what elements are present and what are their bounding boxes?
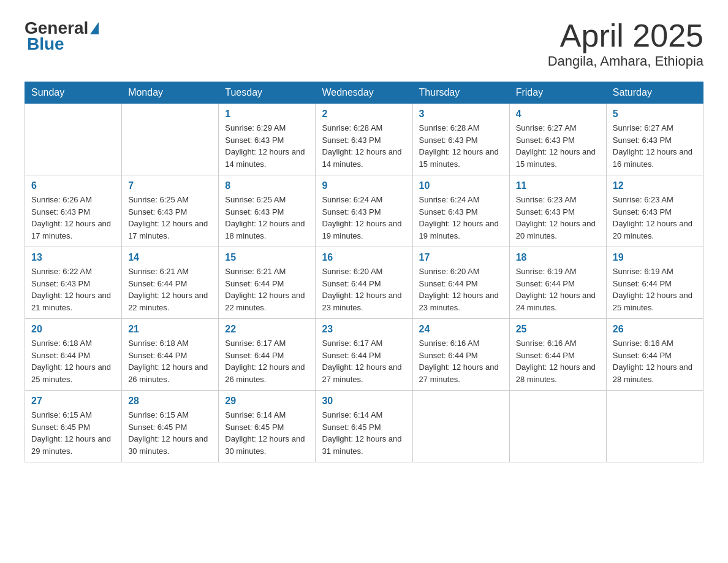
- calendar-cell: 21Sunrise: 6:18 AMSunset: 6:44 PMDayligh…: [122, 319, 219, 391]
- calendar-cell: 14Sunrise: 6:21 AMSunset: 6:44 PMDayligh…: [122, 247, 219, 319]
- day-info: Sunrise: 6:24 AMSunset: 6:43 PMDaylight:…: [419, 194, 503, 242]
- day-number: 12: [613, 180, 697, 191]
- day-number: 21: [128, 324, 212, 335]
- calendar-week-2: 6Sunrise: 6:26 AMSunset: 6:43 PMDaylight…: [25, 175, 703, 247]
- day-number: 6: [31, 180, 115, 191]
- day-number: 30: [322, 396, 406, 407]
- calendar-cell: 4Sunrise: 6:27 AMSunset: 6:43 PMDaylight…: [509, 104, 606, 175]
- day-number: 24: [419, 324, 503, 335]
- calendar-cell: [25, 104, 122, 175]
- day-info: Sunrise: 6:14 AMSunset: 6:45 PMDaylight:…: [322, 409, 406, 457]
- day-info: Sunrise: 6:21 AMSunset: 6:44 PMDaylight:…: [128, 266, 212, 313]
- month-year-title: April 2025: [548, 18, 703, 53]
- title-block: April 2025 Dangila, Amhara, Ethiopia: [548, 18, 703, 69]
- calendar-cell: 22Sunrise: 6:17 AMSunset: 6:44 PMDayligh…: [219, 319, 316, 391]
- calendar-cell: 25Sunrise: 6:16 AMSunset: 6:44 PMDayligh…: [509, 319, 606, 391]
- day-number: 2: [322, 109, 406, 120]
- day-info: Sunrise: 6:27 AMSunset: 6:43 PMDaylight:…: [613, 122, 697, 170]
- day-number: 27: [31, 396, 115, 407]
- day-number: 28: [128, 396, 212, 407]
- day-number: 9: [322, 180, 406, 191]
- day-info: Sunrise: 6:29 AMSunset: 6:43 PMDaylight:…: [225, 122, 309, 170]
- day-info: Sunrise: 6:21 AMSunset: 6:44 PMDaylight:…: [225, 266, 309, 313]
- calendar-cell: 30Sunrise: 6:14 AMSunset: 6:45 PMDayligh…: [316, 391, 412, 462]
- day-info: Sunrise: 6:28 AMSunset: 6:43 PMDaylight:…: [322, 122, 406, 170]
- day-number: 26: [613, 324, 697, 335]
- calendar-cell: 8Sunrise: 6:25 AMSunset: 6:43 PMDaylight…: [219, 175, 316, 247]
- calendar-cell: [606, 391, 703, 462]
- day-number: 16: [322, 252, 406, 263]
- day-info: Sunrise: 6:19 AMSunset: 6:44 PMDaylight:…: [516, 266, 600, 313]
- day-number: 3: [419, 109, 503, 120]
- day-info: Sunrise: 6:23 AMSunset: 6:43 PMDaylight:…: [613, 194, 697, 242]
- calendar-cell: 3Sunrise: 6:28 AMSunset: 6:43 PMDaylight…: [412, 104, 509, 175]
- calendar-cell: 6Sunrise: 6:26 AMSunset: 6:43 PMDaylight…: [25, 175, 122, 247]
- day-number: 11: [516, 180, 600, 191]
- day-info: Sunrise: 6:25 AMSunset: 6:43 PMDaylight:…: [225, 194, 309, 242]
- day-info: Sunrise: 6:15 AMSunset: 6:45 PMDaylight:…: [128, 409, 212, 457]
- day-info: Sunrise: 6:16 AMSunset: 6:44 PMDaylight:…: [613, 337, 697, 385]
- calendar-cell: 9Sunrise: 6:24 AMSunset: 6:43 PMDaylight…: [316, 175, 412, 247]
- logo-triangle-icon: [90, 22, 99, 34]
- calendar-cell: 17Sunrise: 6:20 AMSunset: 6:44 PMDayligh…: [412, 247, 509, 319]
- calendar-cell: [122, 104, 219, 175]
- day-number: 10: [419, 180, 503, 191]
- day-info: Sunrise: 6:24 AMSunset: 6:43 PMDaylight:…: [322, 194, 406, 242]
- day-header-thursday: Thursday: [412, 82, 509, 104]
- day-info: Sunrise: 6:20 AMSunset: 6:44 PMDaylight:…: [419, 266, 503, 313]
- calendar-week-4: 20Sunrise: 6:18 AMSunset: 6:44 PMDayligh…: [25, 319, 703, 391]
- day-info: Sunrise: 6:19 AMSunset: 6:44 PMDaylight:…: [613, 266, 697, 313]
- logo-blue-text: Blue: [27, 34, 64, 53]
- day-number: 4: [516, 109, 600, 120]
- day-header-saturday: Saturday: [606, 82, 703, 104]
- day-header-wednesday: Wednesday: [316, 82, 412, 104]
- calendar-cell: 13Sunrise: 6:22 AMSunset: 6:43 PMDayligh…: [25, 247, 122, 319]
- day-info: Sunrise: 6:16 AMSunset: 6:44 PMDaylight:…: [419, 337, 503, 385]
- day-number: 23: [322, 324, 406, 335]
- calendar-cell: 26Sunrise: 6:16 AMSunset: 6:44 PMDayligh…: [606, 319, 703, 391]
- day-info: Sunrise: 6:26 AMSunset: 6:43 PMDaylight:…: [31, 194, 115, 242]
- day-number: 15: [225, 252, 309, 263]
- calendar-cell: [509, 391, 606, 462]
- day-header-sunday: Sunday: [25, 82, 122, 104]
- day-info: Sunrise: 6:17 AMSunset: 6:44 PMDaylight:…: [322, 337, 406, 385]
- calendar-week-1: 1Sunrise: 6:29 AMSunset: 6:43 PMDaylight…: [25, 104, 703, 175]
- calendar-cell: 24Sunrise: 6:16 AMSunset: 6:44 PMDayligh…: [412, 319, 509, 391]
- calendar-cell: 28Sunrise: 6:15 AMSunset: 6:45 PMDayligh…: [122, 391, 219, 462]
- day-number: 5: [613, 109, 697, 120]
- logo: General Blue: [25, 18, 100, 54]
- day-header-friday: Friday: [509, 82, 606, 104]
- calendar-cell: 18Sunrise: 6:19 AMSunset: 6:44 PMDayligh…: [509, 247, 606, 319]
- day-number: 7: [128, 180, 212, 191]
- calendar-cell: 11Sunrise: 6:23 AMSunset: 6:43 PMDayligh…: [509, 175, 606, 247]
- calendar-cell: 1Sunrise: 6:29 AMSunset: 6:43 PMDaylight…: [219, 104, 316, 175]
- calendar-cell: 20Sunrise: 6:18 AMSunset: 6:44 PMDayligh…: [25, 319, 122, 391]
- day-number: 8: [225, 180, 309, 191]
- day-info: Sunrise: 6:23 AMSunset: 6:43 PMDaylight:…: [516, 194, 600, 242]
- day-number: 1: [225, 109, 309, 120]
- day-number: 19: [613, 252, 697, 263]
- calendar-cell: 10Sunrise: 6:24 AMSunset: 6:43 PMDayligh…: [412, 175, 509, 247]
- day-info: Sunrise: 6:27 AMSunset: 6:43 PMDaylight:…: [516, 122, 600, 170]
- day-header-row: SundayMondayTuesdayWednesdayThursdayFrid…: [25, 82, 703, 104]
- calendar-cell: 7Sunrise: 6:25 AMSunset: 6:43 PMDaylight…: [122, 175, 219, 247]
- day-number: 20: [31, 324, 115, 335]
- day-number: 14: [128, 252, 212, 263]
- day-info: Sunrise: 6:14 AMSunset: 6:45 PMDaylight:…: [225, 409, 309, 457]
- calendar-week-3: 13Sunrise: 6:22 AMSunset: 6:43 PMDayligh…: [25, 247, 703, 319]
- calendar-week-5: 27Sunrise: 6:15 AMSunset: 6:45 PMDayligh…: [25, 391, 703, 462]
- calendar-cell: 2Sunrise: 6:28 AMSunset: 6:43 PMDaylight…: [316, 104, 412, 175]
- day-number: 17: [419, 252, 503, 263]
- day-header-monday: Monday: [122, 82, 219, 104]
- calendar-cell: 15Sunrise: 6:21 AMSunset: 6:44 PMDayligh…: [219, 247, 316, 319]
- page-header: General Blue April 2025 Dangila, Amhara,…: [25, 18, 703, 69]
- calendar-cell: 12Sunrise: 6:23 AMSunset: 6:43 PMDayligh…: [606, 175, 703, 247]
- calendar-table: SundayMondayTuesdayWednesdayThursdayFrid…: [25, 82, 703, 462]
- calendar-cell: 27Sunrise: 6:15 AMSunset: 6:45 PMDayligh…: [25, 391, 122, 462]
- day-info: Sunrise: 6:16 AMSunset: 6:44 PMDaylight:…: [516, 337, 600, 385]
- location-subtitle: Dangila, Amhara, Ethiopia: [548, 53, 703, 69]
- day-header-tuesday: Tuesday: [219, 82, 316, 104]
- day-info: Sunrise: 6:18 AMSunset: 6:44 PMDaylight:…: [128, 337, 212, 385]
- day-number: 18: [516, 252, 600, 263]
- calendar-cell: 5Sunrise: 6:27 AMSunset: 6:43 PMDaylight…: [606, 104, 703, 175]
